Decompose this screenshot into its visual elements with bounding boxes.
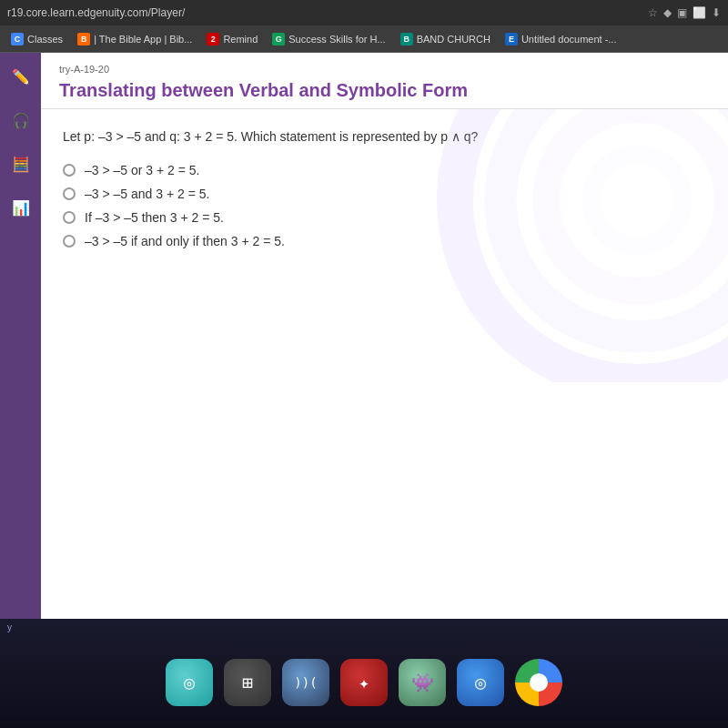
sidebar-chart-icon[interactable]: 📊 — [6, 193, 35, 222]
bookmark-item-0[interactable]: CClasses — [5, 31, 68, 47]
bookmark-item-1[interactable]: B| The Bible App | Bib... — [72, 31, 197, 47]
answer-text-1: –3 > –5 and 3 + 2 = 5. — [85, 187, 209, 201]
bottom-bar: y ◎⊞))(✦👾◎ — [0, 619, 728, 728]
address-bar: r19.core.learn.edgenuity.com/Player/ ☆ ◆… — [0, 0, 728, 25]
bookmark-icon-0: C — [11, 33, 24, 46]
breadcrumb: try-A-19-20 — [59, 64, 710, 75]
answer-option-2[interactable]: If –3 > –5 then 3 + 2 = 5. — [63, 210, 706, 225]
content-area: try-A-19-20 Translating between Verbal a… — [41, 53, 728, 619]
sidebar-headphone-icon[interactable]: 🎧 — [6, 106, 35, 135]
left-sidebar: ✏️ 🎧 🧮 📊 — [0, 53, 41, 619]
cast-icon[interactable]: ⬜ — [693, 6, 706, 19]
download-icon[interactable]: ⬇ — [712, 6, 721, 19]
bookmark-label-2: Remind — [223, 34, 258, 45]
url-display[interactable]: r19.core.learn.edgenuity.com/Player/ — [7, 6, 641, 19]
radio-1[interactable] — [63, 187, 76, 200]
dock-icon-symbol-app[interactable]: ))( — [282, 659, 329, 706]
bookmark-item-3[interactable]: GSuccess Skills for H... — [267, 31, 390, 47]
main-area: ✏️ 🎧 🧮 📊 try-A-19-20 Translating between… — [0, 53, 728, 619]
bookmark-label-0: Classes — [27, 34, 63, 45]
browser-chrome: r19.core.learn.edgenuity.com/Player/ ☆ ◆… — [0, 0, 728, 53]
page-header: try-A-19-20 Translating between Verbal a… — [41, 53, 728, 109]
diamond-icon[interactable]: ◆ — [663, 6, 672, 19]
dock-icon-settings-app[interactable]: ◎ — [166, 659, 213, 706]
bookmark-label-4: BAND CHURCH — [417, 34, 490, 45]
answer-text-0: –3 > –5 or 3 + 2 = 5. — [85, 163, 200, 177]
browser-action-icons: ☆ ◆ ▣ ⬜ ⬇ — [648, 6, 721, 19]
bookmark-item-2[interactable]: 2Remind — [201, 31, 263, 47]
dock-icon-blue-app[interactable]: ◎ — [457, 659, 504, 706]
bookmark-icon-5: E — [505, 33, 518, 46]
radio-0[interactable] — [63, 164, 76, 177]
bookmark-icon-2: 2 — [207, 33, 219, 46]
bookmark-label-3: Success Skills for H... — [288, 34, 385, 45]
page-title: Translating between Verbal and Symbolic … — [59, 80, 710, 101]
taskbar-label: y — [0, 619, 728, 636]
dock-icon-action-app[interactable]: ✦ — [340, 659, 388, 706]
star-icon[interactable]: ☆ — [648, 6, 658, 19]
bookmark-label-1: | The Bible App | Bib... — [94, 34, 192, 45]
answer-option-1[interactable]: –3 > –5 and 3 + 2 = 5. — [63, 187, 706, 201]
bookmark-item-5[interactable]: EUntitled document -... — [500, 31, 622, 47]
screen-icon[interactable]: ▣ — [677, 6, 687, 19]
answer-text-3: –3 > –5 if and only if then 3 + 2 = 5. — [85, 234, 285, 248]
bookmark-icon-1: B — [77, 33, 90, 46]
bookmark-item-4[interactable]: BBAND CHURCH — [395, 31, 496, 47]
answer-text-2: If –3 > –5 then 3 + 2 = 5. — [85, 210, 224, 225]
sidebar-pencil-icon[interactable]: ✏️ — [6, 62, 35, 91]
dock: ◎⊞))(✦👾◎ — [0, 636, 728, 728]
dock-icon-grid-app[interactable]: ⊞ — [224, 659, 271, 706]
answer-options: –3 > –5 or 3 + 2 = 5.–3 > –5 and 3 + 2 =… — [63, 163, 706, 248]
radio-3[interactable] — [63, 235, 76, 248]
bookmark-icon-4: B — [400, 33, 413, 46]
radio-2[interactable] — [63, 211, 76, 224]
answer-option-3[interactable]: –3 > –5 if and only if then 3 + 2 = 5. — [63, 234, 706, 248]
answer-option-0[interactable]: –3 > –5 or 3 + 2 = 5. — [63, 163, 706, 177]
dock-icon-chrome-app[interactable] — [515, 659, 562, 706]
dock-icon-alien-app[interactable]: 👾 — [399, 659, 446, 706]
bookmark-icon-3: G — [272, 33, 285, 46]
bookmark-label-5: Untitled document -... — [521, 34, 617, 45]
bookmarks-bar: CClassesB| The Bible App | Bib...2Remind… — [0, 25, 728, 53]
content-body: Let p: –3 > –5 and q: 3 + 2 = 5. Which s… — [41, 109, 728, 267]
question-text: Let p: –3 > –5 and q: 3 + 2 = 5. Which s… — [63, 127, 706, 147]
sidebar-calc-icon[interactable]: 🧮 — [6, 149, 35, 178]
